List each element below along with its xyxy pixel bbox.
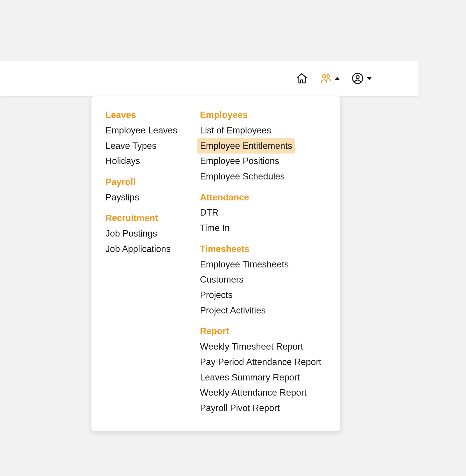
svg-point-3 (356, 75, 359, 79)
menu-item[interactable]: Time In (197, 221, 232, 236)
menu-item[interactable]: Payroll Pivot Report (197, 401, 283, 416)
menu-item[interactable]: Employee Timesheets (197, 257, 292, 272)
caret-up-icon (335, 77, 340, 80)
menu-item[interactable]: DTR (197, 205, 221, 221)
menu-item[interactable]: Payslips (103, 190, 142, 205)
section-title: Timesheets (200, 243, 324, 255)
people-dropdown: Leaves Employee Leaves Leave Types Holid… (91, 96, 340, 431)
menu-item-employee-entitlements[interactable]: Employee Entitlements (197, 138, 295, 154)
menu-item[interactable]: Employee Positions (197, 154, 282, 169)
svg-point-0 (322, 75, 326, 78)
menu-item[interactable]: Job Applications (103, 241, 174, 257)
menu-item[interactable]: Project Activities (197, 303, 269, 318)
account-icon (352, 72, 364, 84)
section-title: Leaves (105, 109, 180, 121)
people-menu-button[interactable] (320, 72, 340, 84)
menu-item[interactable]: Employee Leaves (103, 123, 180, 138)
menu-item[interactable]: Employee Schedules (197, 169, 287, 184)
home-button[interactable] (296, 72, 308, 84)
people-icon (320, 72, 332, 84)
home-icon (296, 72, 308, 84)
section-title: Attendance (200, 191, 324, 204)
menu-item[interactable]: Weekly Timesheet Report (197, 339, 306, 355)
menu-item[interactable]: Holidays (103, 154, 143, 169)
menu-item[interactable]: Leave Types (103, 138, 159, 154)
account-menu-button[interactable] (352, 72, 372, 84)
dropdown-col-1: Leaves Employee Leaves Leave Types Holid… (105, 109, 180, 416)
section-title: Payroll (105, 176, 180, 188)
menu-item[interactable]: List of Employees (197, 123, 274, 138)
section-title: Recruitment (105, 212, 180, 224)
menu-item[interactable]: Projects (197, 288, 235, 303)
svg-point-1 (327, 75, 329, 77)
menu-item[interactable]: Leaves Summary Report (197, 370, 303, 385)
section-title: Report (200, 325, 324, 337)
topbar (0, 61, 419, 96)
menu-item[interactable]: Customers (197, 272, 246, 288)
menu-item[interactable]: Weekly Attendance Report (197, 385, 309, 401)
menu-item[interactable]: Pay Period Attendance Report (197, 355, 324, 370)
section-title: Employees (200, 109, 324, 121)
menu-item[interactable]: Job Postings (103, 226, 160, 241)
dropdown-col-2: Employees List of Employees Employee Ent… (200, 109, 324, 416)
caret-down-icon (367, 77, 372, 80)
